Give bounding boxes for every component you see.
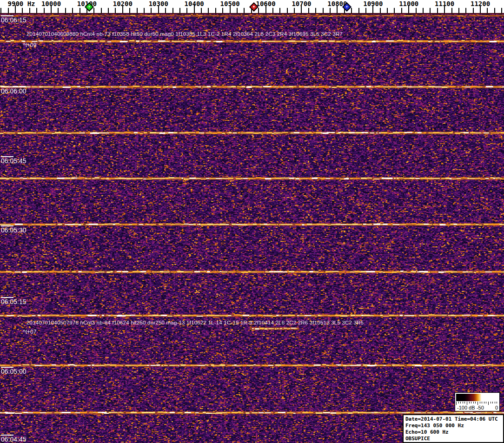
frequency-ruler: 9900 Hz100001010010200103001040010500106… [0, 0, 504, 14]
ruler-tick-minor [430, 8, 431, 13]
marker-center-dot [346, 6, 348, 7]
ruler-tick-minor [308, 8, 309, 13]
time-axis-label: 06:05:30 [1, 227, 27, 233]
marker-center-dot [253, 6, 255, 7]
ruler-tick-minor [401, 8, 402, 13]
ruler-tick-minor [279, 8, 280, 13]
ruler-frequency-label: 11000 [390, 0, 427, 7]
ruler-tick-minor [22, 8, 23, 13]
time-axis-label: 06:04:45 [1, 436, 27, 443]
detection-annotation: 20140701040609880 hCnt4 nb-73 f10358 hit… [27, 31, 343, 37]
ruler-tick-minor [72, 8, 73, 13]
observation-info-box: Date=2014-07-01 Time=04:06 UTC Freq=143 … [403, 414, 504, 443]
ruler-tick-minor [129, 8, 130, 13]
time-axis-label: 06:05:00 [1, 368, 27, 375]
spectrogram-app-window: 9900 Hz100001010010200103001040010500106… [0, 0, 504, 443]
ruler-frequency-label: 11200 [462, 0, 499, 7]
ruler-tick-minor [394, 8, 395, 13]
ruler-frequency-label: 10700 [283, 0, 320, 7]
ruler-tick-minor [487, 8, 488, 13]
ruler-frequency-label: 10400 [176, 0, 213, 7]
ruler-frequency-label: 10900 [354, 0, 391, 7]
ruler-tick-minor [473, 8, 474, 13]
ruler-tick-minor [208, 8, 209, 13]
ruler-tick-minor [458, 8, 459, 13]
ruler-tick-minor [287, 8, 288, 13]
ruler-tick-minor [323, 8, 324, 13]
ruler-tick-minor [58, 8, 59, 13]
ruler-tick-minor [179, 8, 180, 13]
detection-time-offset-mark: ^t+09 [23, 42, 36, 48]
ruler-tick-minor [258, 8, 259, 13]
detection-time-offset-mark: ^t+07 [23, 329, 36, 335]
ruler-frequency-label: 10000 [33, 0, 70, 7]
colorbar-label-min: -100 dB [457, 405, 475, 411]
ruler-tick-minor [244, 8, 245, 13]
ruler-tick-minor [65, 8, 66, 13]
ruler-frequency-label: 10500 [212, 0, 249, 7]
time-axis-label: 06:06:15 [1, 17, 27, 23]
ruler-tick-minor [8, 8, 9, 13]
ruler-tick-minor [108, 8, 109, 13]
spectrogram-canvas [0, 0, 504, 443]
ruler-tick-minor [201, 8, 202, 13]
ruler-tick-minor [451, 8, 452, 13]
ruler-frequency-label: 10300 [140, 0, 177, 7]
time-axis-label: 06:06:00 [1, 88, 27, 94]
colorbar-labels: -100 dB -50 0 [456, 405, 498, 411]
ruler-tick-minor [80, 8, 80, 13]
ruler-tick-minor [215, 8, 216, 13]
colorbar-gradient [456, 394, 498, 401]
ruler-tick-minor [437, 8, 438, 13]
ruler-tick-minor [237, 8, 238, 13]
ruler-tick-minor [0, 8, 1, 13]
ruler-tick-minor [358, 8, 359, 13]
info-receiver-freq: Freq=143 050 000 Hz [405, 423, 501, 429]
info-echo-freq: Echo=10 600 Hz [405, 429, 501, 436]
ruler-tick-minor [330, 8, 331, 13]
ruler-frequency-label: 11100 [426, 0, 463, 7]
time-axis-label: 06:05:45 [1, 158, 27, 164]
colorbar-label-mid: -50 [477, 405, 484, 411]
ruler-tick-minor [416, 8, 417, 13]
ruler-tick-minor [365, 8, 366, 13]
ruler-tick-minor [315, 8, 316, 13]
ruler-tick-minor [172, 8, 173, 13]
ruler-tick-minor [294, 8, 295, 13]
ruler-tick-minor [137, 8, 138, 13]
ruler-tick-minor [351, 8, 352, 13]
intensity-colorbar: -100 dB -50 0 [455, 392, 500, 411]
ruler-tick-minor [465, 8, 466, 13]
ruler-tick-minor [36, 8, 37, 13]
ruler-tick-minor [101, 8, 102, 13]
ruler-tick-minor [151, 8, 152, 13]
ruler-tick-minor [115, 8, 116, 13]
marker-center-dot [88, 6, 90, 7]
ruler-tick-minor [165, 8, 166, 13]
ruler-tick-minor [380, 8, 381, 13]
time-axis-label: 06:05:15 [1, 298, 27, 305]
ruler-tick-minor [387, 8, 388, 13]
ruler-tick-minor [29, 8, 30, 13]
ruler-tick-minor [423, 8, 424, 13]
detection-annotation: 20140701040507976 hCnt3 nb-84 f10624 hit… [27, 320, 364, 325]
ruler-tick-minor [44, 8, 45, 13]
colorbar-tick-marks [456, 402, 498, 405]
ruler-frequency-label: 10200 [104, 0, 141, 7]
ruler-tick-minor [501, 8, 502, 13]
colorbar-label-max: 0 [495, 405, 498, 411]
ruler-tick-minor [93, 8, 94, 13]
info-date-time: Date=2014-07-01 Time=04:06 UTC [405, 416, 501, 423]
ruler-tick-minor [272, 8, 273, 13]
ruler-tick-minor [222, 8, 223, 13]
ruler-tick-minor [186, 8, 187, 13]
info-station: OBSUPICE [405, 436, 501, 442]
ruler-tick-minor [494, 8, 495, 13]
ruler-tick-minor [144, 8, 145, 13]
